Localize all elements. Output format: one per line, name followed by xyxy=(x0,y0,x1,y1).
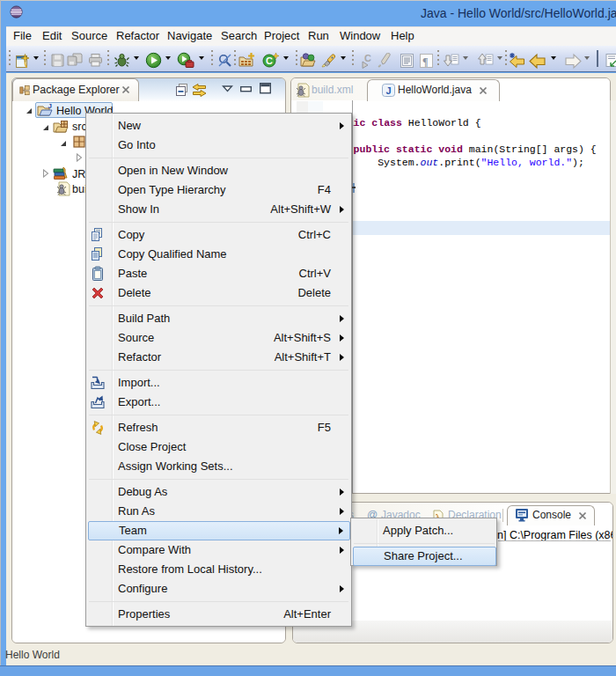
svg-text:C: C xyxy=(364,53,371,63)
svg-text:J: J xyxy=(385,85,391,96)
svg-text:¶: ¶ xyxy=(422,55,428,68)
svg-text:C: C xyxy=(266,55,273,66)
svg-text:J: J xyxy=(48,103,52,110)
